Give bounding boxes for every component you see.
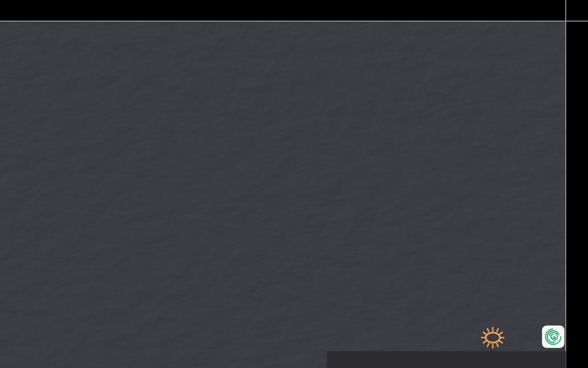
metnet-logo [480,323,566,351]
dbz-color-legend [327,351,566,368]
sun-icon [480,323,505,351]
radar-map-canvas[interactable] [0,0,566,368]
axis-corner-box [566,0,588,22]
radar-app-window [0,0,588,368]
map-header [5,22,6,24]
right-height-profile-strip [566,22,588,368]
terrain-tint [0,22,566,368]
horizontal-divider [0,21,588,22]
vertical-divider [565,0,566,368]
metnet-app-icon [542,325,565,348]
